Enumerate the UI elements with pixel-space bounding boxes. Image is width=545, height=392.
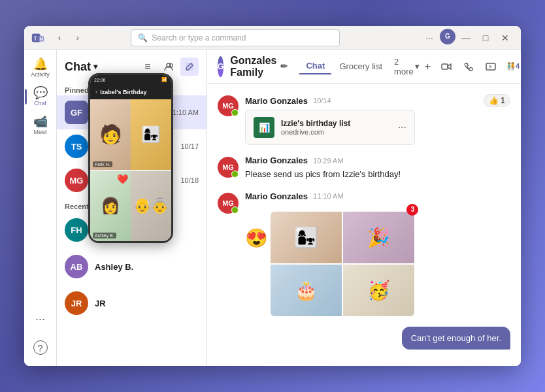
search-bar[interactable]: 🔍 Search or type a command [131,29,340,46]
chevron-down-icon: ▾ [93,62,97,71]
message-meta: Mario Gonzales 10/14 👍 1 [245,94,510,107]
meet-icon: 📹 [33,116,48,127]
chat-item-ashley-b[interactable]: AB Ashley B. [65,251,199,282]
svg-text:M: M [40,36,43,41]
phone-signal: 📶 [161,77,167,82]
avatar: JR [65,291,88,315]
phone-screen: 22:06 📶 ‹ Izabel's Birthday 🧑 Felix H. [90,75,171,241]
nav-buttons: ‹ › [52,30,86,46]
avatar: TS [65,135,88,158]
phone-back-icon: ‹ [95,88,97,95]
screen-share-button[interactable] [482,57,500,76]
photo-cell-1: 👩‍👧 [271,212,342,263]
chat-item-info: JR [95,299,199,308]
chat-icon: 💬 [33,87,48,99]
chat-item-time: 10/17 [180,142,199,150]
tab-more[interactable]: 2 more ▾ [390,54,423,79]
back-button[interactable]: ‹ [52,30,67,46]
video-call-button[interactable] [437,57,455,76]
avatar: MG [65,169,88,192]
edit-group-name-icon[interactable]: ✏ [280,61,288,71]
sidebar-item-more[interactable]: ··· [27,306,54,332]
message-row: MG Mario Gonzales 10/14 👍 1 📊 [218,94,510,145]
photo-person-icon: 🎂 [295,280,318,301]
sidenav: 🔔 Activity 💬 Chat 📹 Meet ··· ? [24,50,57,366]
file-source: onedrive.com [281,128,391,136]
message-time: 10:29 AM [313,157,343,165]
tab-grocery-list[interactable]: Grocery list [333,59,389,74]
add-tab-button[interactable]: + [425,61,431,73]
reaction-badge[interactable]: 👍 1 [484,94,510,107]
compose-button[interactable] [180,57,199,76]
maximize-button[interactable]: □ [476,29,495,47]
chat-item-time: 10/18 [180,176,199,184]
photo-person-icon: 🎉 [367,227,390,248]
phone-video-cell-1: 🧑 Felix H. [90,99,131,170]
sidebar-item-help[interactable]: ? [27,335,54,361]
audio-call-button[interactable] [459,57,478,76]
thumbs-up-icon: 👍 [489,96,499,105]
phone-video-cell-2: 👩‍👧 [131,99,171,170]
more-options-button[interactable]: ··· [420,29,438,47]
phone-time: 22:06 [94,78,106,82]
participants-count: 🧑‍🤝‍🧑4 [506,62,520,71]
phone-participant-label-2: Ashley B. [93,233,116,238]
file-card[interactable]: 📊 Izzie's birthday list onedrive.com ··· [245,110,415,145]
photos-grid: 👩‍👧 🎉 🎂 🥳 [271,212,414,316]
self-message-text: Can't get enough of her. [411,333,501,343]
couple-icon: 👩 [101,197,120,215]
user-avatar[interactable]: G [440,29,455,44]
tab-chat[interactable]: Chat [299,58,331,74]
phone-img-row-1: 🧑 Felix H. 👩‍👧 [90,99,171,170]
sidebar-item-meet[interactable]: 📹 Meet [27,112,54,139]
titlebar: T M ‹ › 🔍 Search or type a command ··· G… [24,26,521,50]
chat-item-jr[interactable]: JR JR [65,287,199,319]
search-icon: 🔍 [138,33,148,42]
search-placeholder: Search or type a command [152,33,246,42]
message-sender: Mario Gonzales [245,96,308,106]
message-content: Mario Gonzales 11:10 AM 😍 👩‍👧 [245,191,510,316]
help-icon: ? [33,340,48,355]
message-text: Please send us pics from Izzie's birthda… [245,168,510,181]
message-row: MG Mario Gonzales 11:10 AM 😍 👩‍👧 [218,191,510,316]
file-more-button[interactable]: ··· [398,122,406,133]
svg-rect-6 [186,63,193,71]
file-name: Izzie's birthday list [281,119,391,128]
phone-video-cell-3: 👩 Ashley B. ❤️ [90,171,131,242]
phone-video-cell-4: 👴👵 [131,171,171,242]
app-window: T M ‹ › 🔍 Search or type a command ··· G… [24,26,521,366]
minimize-button[interactable]: — [457,29,475,47]
photo-cell-2: 🎉 [343,212,414,263]
chat-item-info: Ashley B. [95,262,199,272]
sidebar-item-chat[interactable]: 💬 Chat [27,84,54,110]
avatar: MG [218,157,239,178]
sidebar-item-label: Meet [33,129,46,135]
sidebar-item-label: Chat [34,100,46,106]
heart-reaction-badge: 3 [406,204,418,216]
photos-with-reaction: 👩‍👧 🎉 🎂 🥳 [271,208,414,316]
conv-header: G Gonzales Family ✏ Chat Grocery list 2 … [207,50,521,84]
avatar: GF [65,101,88,124]
photo-cell-4: 🥳 [343,265,414,316]
message-meta: Mario Gonzales 11:10 AM [245,191,510,201]
close-button[interactable]: ✕ [496,29,514,47]
message-time: 10/14 [313,97,331,105]
message-meta: Mario Gonzales 10:29 AM [245,155,510,165]
message-emoji: 😍 [245,228,268,248]
more-icon: ··· [35,313,45,325]
conv-title: Gonzales Family ✏ [230,55,288,78]
conv-group-name: Gonzales Family [230,55,276,78]
phone-header: ‹ Izabel's Birthday [90,84,171,99]
self-message-bubble: Can't get enough of her. [402,327,510,350]
participants-button[interactable]: 🧑‍🤝‍🧑4 [504,57,521,76]
window-controls: ··· G — □ ✕ [420,29,514,47]
avatar: FH [65,218,88,242]
sidebar-item-label: Activity [31,71,50,78]
heart-icon: ❤️ [117,174,128,184]
group-avatar: G [218,56,223,77]
chat-list-title: Chat ▾ [65,60,97,74]
forward-button[interactable]: › [70,30,86,46]
svg-text:T: T [34,35,37,41]
messages-area[interactable]: MG Mario Gonzales 10/14 👍 1 📊 [207,84,521,366]
sidebar-item-activity[interactable]: 🔔 Activity [27,55,54,81]
